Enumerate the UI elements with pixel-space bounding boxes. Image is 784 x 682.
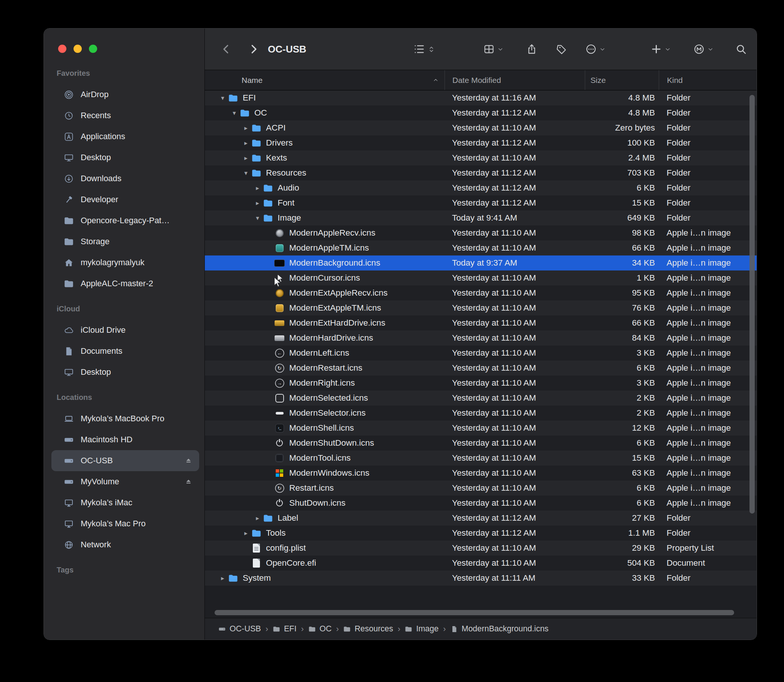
sidebar-item-downloads[interactable]: Downloads: [51, 168, 199, 189]
file-row-drivers[interactable]: ▸ Drivers Yesterday at 11:12 AM 100 KB F…: [205, 135, 757, 150]
file-row-oc[interactable]: ▾ OC Yesterday at 11:12 AM 4.8 MB Folder: [205, 105, 757, 120]
minimize-button[interactable]: [73, 45, 82, 53]
file-row-audio[interactable]: ▸ Audio Yesterday at 11:12 AM 6 KB Folde…: [205, 180, 757, 196]
list-view-icon: [413, 43, 425, 55]
disclosure-closed-icon[interactable]: ▸: [241, 154, 251, 162]
disclosure-open-icon[interactable]: ▾: [229, 109, 239, 117]
sidebar-item-mykola-s-mac-pro[interactable]: Mykola’s Mac Pro: [51, 513, 199, 534]
sidebar-item-recents[interactable]: Recents: [51, 105, 199, 126]
forward-button[interactable]: [248, 43, 259, 55]
zoom-button[interactable]: [89, 45, 97, 53]
eject-icon[interactable]: [185, 478, 193, 486]
file-row-config-plist[interactable]: config.plist Yesterday at 11:10 AM 29 KB…: [205, 540, 757, 556]
file-row-modernextharddrive-icns[interactable]: ModernExtHardDrive.icns Yesterday at 11:…: [205, 316, 757, 330]
sidebar-item-applications[interactable]: Applications: [51, 126, 199, 147]
kind-cell: Folder: [659, 93, 757, 103]
sidebar-item-desktop[interactable]: Desktop: [51, 362, 199, 382]
group-button[interactable]: [483, 43, 504, 55]
file-row-modernleft-icns[interactable]: ModernLeft.icns Yesterday at 11:10 AM 3 …: [205, 346, 757, 360]
disclosure-closed-icon[interactable]: ▸: [218, 574, 228, 582]
vertical-scrollbar[interactable]: [749, 95, 755, 513]
sidebar-item-developer[interactable]: Developer: [51, 189, 199, 210]
file-row-modernharddrive-icns[interactable]: ModernHardDrive.icns Yesterday at 11:10 …: [205, 330, 757, 346]
file-row-shutdown-icns[interactable]: ShutDown.icns Yesterday at 11:10 AM 6 KB…: [205, 496, 757, 511]
file-row-modernextapplerecv-icns[interactable]: ModernExtAppleRecv.icns Yesterday at 11:…: [205, 285, 757, 301]
sidebar-item-airdrop[interactable]: AirDrop: [51, 84, 199, 105]
sidebar-item-mykola-s-macbook-pro[interactable]: Mykola’s MacBook Pro: [51, 408, 199, 429]
column-header-size[interactable]: Size: [585, 70, 659, 90]
sidebar-item-icloud-drive[interactable]: iCloud Drive: [51, 320, 199, 341]
sidebar-item-network[interactable]: Network: [51, 534, 199, 555]
file-row-image[interactable]: ▾ Image Today at 9:41 AM 649 KB Folder: [205, 210, 757, 225]
file-row-modernwindows-icns[interactable]: ModernWindows.icns Yesterday at 11:10 AM…: [205, 465, 757, 481]
account-button[interactable]: [693, 43, 714, 55]
file-name: config.plist: [266, 543, 306, 553]
disclosure-closed-icon[interactable]: ▸: [252, 184, 263, 192]
file-row-moderncursor-icns[interactable]: ModernCursor.icns Yesterday at 11:10 AM …: [205, 271, 757, 285]
file-row-resources[interactable]: ▾ Resources Yesterday at 11:12 AM 703 KB…: [205, 166, 757, 180]
sidebar-item-mykolagrymalyuk[interactable]: mykolagrymalyuk: [51, 252, 199, 273]
file-row-modernselected-icns[interactable]: ModernSelected.icns Yesterday at 11:10 A…: [205, 390, 757, 406]
new-item-button[interactable]: [650, 43, 671, 55]
file-row-moderntool-icns[interactable]: ModernTool.icns Yesterday at 11:10 AM 15…: [205, 451, 757, 465]
efi-doc-icon: [251, 558, 261, 568]
file-row-modernselector-icns[interactable]: ModernSelector.icns Yesterday at 11:10 A…: [205, 406, 757, 421]
date-modified-cell: Yesterday at 11:10 AM: [445, 378, 585, 388]
share-button[interactable]: [526, 43, 537, 55]
sidebar-item-documents[interactable]: Documents: [51, 341, 199, 362]
back-button[interactable]: [221, 43, 232, 55]
file-row-tools[interactable]: ▸ Tools Yesterday at 11:12 AM 1.1 MB Fol…: [205, 526, 757, 540]
group-icon: [483, 43, 495, 55]
sidebar-item-oc-usb[interactable]: OC-USB: [51, 450, 199, 471]
file-row-kexts[interactable]: ▸ Kexts Yesterday at 11:10 AM 2.4 MB Fol…: [205, 150, 757, 166]
path-item-modernbackground-icns[interactable]: ModernBackground.icns: [451, 624, 549, 634]
kind-cell: Apple i…n image: [659, 423, 757, 433]
file-row-font[interactable]: ▸ Font Yesterday at 11:12 AM 15 KB Folde…: [205, 196, 757, 210]
column-header-name[interactable]: Name: [205, 70, 445, 90]
path-item-oc[interactable]: OC: [308, 624, 331, 634]
file-row-modernright-icns[interactable]: ModernRight.icns Yesterday at 11:10 AM 3…: [205, 376, 757, 390]
sidebar-item-macintosh-hd[interactable]: Macintosh HD: [51, 429, 199, 450]
sidebar-item-mykola-s-imac[interactable]: Mykola’s iMac: [51, 492, 199, 513]
file-row-modernextappletm-icns[interactable]: ModernExtAppleTM.icns Yesterday at 11:10…: [205, 301, 757, 316]
close-button[interactable]: [58, 45, 66, 53]
path-item-image[interactable]: Image: [405, 624, 438, 634]
column-header-kind[interactable]: Kind: [659, 70, 757, 90]
horizontal-scrollbar[interactable]: [215, 610, 734, 615]
view-options-button[interactable]: [413, 43, 435, 55]
eject-icon[interactable]: [185, 457, 193, 465]
disclosure-open-icon[interactable]: ▾: [241, 169, 251, 177]
file-row-efi[interactable]: ▾ EFI Yesterday at 11:16 AM 4.8 MB Folde…: [205, 91, 757, 105]
tags-button[interactable]: [556, 43, 567, 55]
disclosure-closed-icon[interactable]: ▸: [241, 124, 251, 132]
file-name: Label: [277, 513, 298, 523]
path-item-efi[interactable]: EFI: [273, 624, 296, 634]
file-row-restart-icns[interactable]: Restart.icns Yesterday at 11:10 AM 6 KB …: [205, 481, 757, 496]
file-row-modernbackground-icns[interactable]: ModernBackground.icns Today at 9:37 AM 3…: [205, 255, 757, 271]
disclosure-open-icon[interactable]: ▾: [218, 94, 228, 102]
disclosure-closed-icon[interactable]: ▸: [252, 199, 263, 207]
disclosure-closed-icon[interactable]: ▸: [252, 514, 263, 522]
file-row-label[interactable]: ▸ Label Yesterday at 11:12 AM 27 KB Fold…: [205, 511, 757, 526]
file-row-modernshell-icns[interactable]: ModernShell.icns Yesterday at 11:10 AM 1…: [205, 421, 757, 435]
file-row-acpi[interactable]: ▸ ACPI Yesterday at 11:10 AM Zero bytes …: [205, 120, 757, 135]
disclosure-open-icon[interactable]: ▾: [252, 214, 263, 222]
disclosure-closed-icon[interactable]: ▸: [241, 529, 251, 537]
file-row-system[interactable]: ▸ System Yesterday at 11:11 AM 33 KB Fol…: [205, 570, 757, 586]
sidebar-item-myvolume[interactable]: MyVolume: [51, 471, 199, 492]
search-button[interactable]: [735, 43, 747, 55]
more-actions-button[interactable]: [585, 43, 606, 55]
column-header-date-modified[interactable]: Date Modified: [445, 70, 585, 90]
sidebar-item-applealc-master-2[interactable]: AppleALC-master-2: [51, 273, 199, 294]
path-item-resources[interactable]: Resources: [343, 624, 393, 634]
file-row-modernappletm-icns[interactable]: ModernAppleTM.icns Yesterday at 11:10 AM…: [205, 241, 757, 255]
sidebar-item-storage[interactable]: Storage: [51, 231, 199, 252]
file-row-modernshutdown-icns[interactable]: ModernShutDown.icns Yesterday at 11:10 A…: [205, 435, 757, 451]
file-row-modernapplerecv-icns[interactable]: ModernAppleRecv.icns Yesterday at 11:10 …: [205, 225, 757, 241]
disclosure-closed-icon[interactable]: ▸: [241, 139, 251, 147]
sidebar-item-opencore-legacy-pat[interactable]: Opencore-Legacy-Pat…: [51, 210, 199, 231]
path-item-oc-usb[interactable]: OC-USB: [218, 624, 261, 634]
sidebar-item-desktop[interactable]: Desktop: [51, 147, 199, 168]
file-row-modernrestart-icns[interactable]: ModernRestart.icns Yesterday at 11:10 AM…: [205, 360, 757, 376]
file-row-opencore-efi[interactable]: OpenCore.efi Yesterday at 11:10 AM 504 K…: [205, 556, 757, 570]
